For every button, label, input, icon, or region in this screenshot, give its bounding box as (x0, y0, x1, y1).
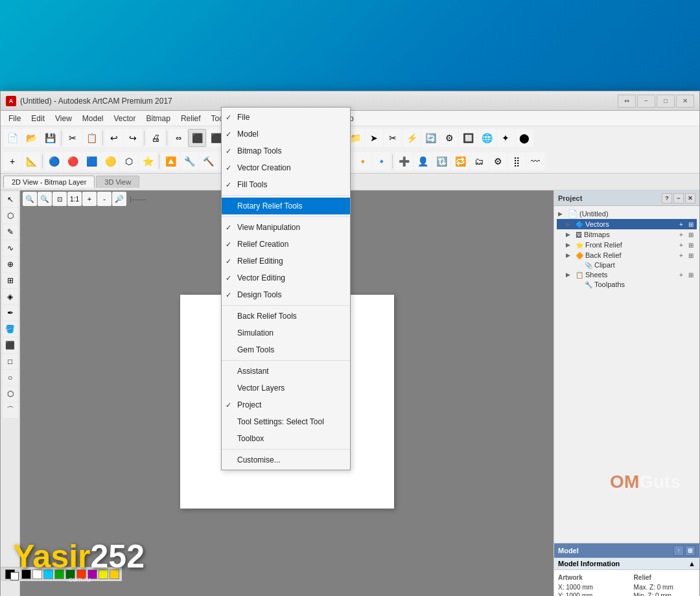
tab-3dview[interactable]: 3D View (96, 176, 139, 188)
tb2-tool4[interactable]: 🔴 (64, 152, 82, 170)
menu-view[interactable]: View (50, 111, 77, 126)
lt-pen[interactable]: ✒ (3, 305, 18, 321)
model-panel-header[interactable]: Model ↑ ⊞ (554, 544, 699, 558)
tb-tool12[interactable]: ⚙ (440, 129, 458, 147)
pin-button[interactable]: ⇔ (618, 95, 636, 108)
lt-circle[interactable]: ○ (3, 370, 18, 385)
tb2-tool9[interactable]: 🔼 (161, 152, 180, 170)
color-swatch-cyan[interactable] (43, 569, 53, 579)
restore-button[interactable]: □ (657, 95, 675, 108)
dd-simulation[interactable]: Simulation (222, 325, 350, 341)
tree-item-clipart[interactable]: 📎 Clipart (557, 260, 697, 269)
add-bitmap-btn[interactable]: + (677, 230, 686, 239)
tb2-tool7[interactable]: ⬡ (120, 152, 138, 170)
color-swatch-black[interactable] (21, 569, 31, 579)
tree-item-sheets[interactable]: ▶ 📋 Sheets + ⊞ (557, 269, 697, 280)
tb-tool9[interactable]: ✂ (384, 129, 402, 147)
dd-vector-editing[interactable]: ✓ Vector Editing (222, 269, 350, 286)
zoom-in2[interactable]: + (82, 192, 97, 206)
tb2-tool2[interactable]: 📐 (22, 152, 40, 170)
dd-design-tools[interactable]: ✓ Design Tools (222, 286, 350, 303)
tb2-tool5[interactable]: 🟦 (82, 152, 100, 170)
tb-tool14[interactable]: 🌐 (478, 129, 496, 147)
tb-move[interactable]: ⇔ (169, 129, 187, 147)
menu-edit[interactable]: Edit (26, 111, 50, 126)
lt-grid[interactable]: ⊞ (3, 273, 18, 288)
tb2-tool25[interactable]: 🗂 (470, 152, 488, 170)
color-swatch-white[interactable] (32, 569, 42, 579)
lt-poly[interactable]: ⬡ (3, 386, 18, 402)
color-swatch-purple[interactable] (88, 569, 97, 579)
color-swatch-yellow[interactable] (99, 569, 108, 579)
tb2-tool27[interactable]: ⣿ (508, 152, 526, 170)
tb2-tool23[interactable]: 🔃 (432, 152, 450, 170)
tb-tool15[interactable]: ✦ (496, 129, 515, 147)
lt-bezier[interactable]: ∿ (3, 240, 18, 256)
dd-project[interactable]: ✓ Project (222, 396, 350, 413)
tb2-tool19[interactable]: 🔸 (353, 152, 371, 170)
tb2-tool1[interactable]: + (3, 152, 21, 170)
bitmap-settings-btn[interactable]: ⊞ (686, 230, 695, 239)
dd-fill-tools[interactable]: ✓ Fill Tools (222, 176, 350, 193)
menu-vector[interactable]: Vector (109, 111, 141, 126)
menu-relief[interactable]: Relief (176, 111, 206, 126)
dd-vector-layers[interactable]: Vector Layers (222, 380, 350, 396)
dd-assistant[interactable]: Assistant (222, 363, 350, 380)
lt-select[interactable]: ↖ (3, 192, 18, 207)
lt-rect[interactable]: □ (3, 354, 18, 369)
lt-node[interactable]: ⬡ (3, 208, 18, 224)
dd-tool-settings[interactable]: Tool Settings: Select Tool (222, 413, 350, 430)
tb2-tool6[interactable]: 🟡 (101, 152, 119, 170)
panel-help[interactable]: ? (662, 193, 672, 203)
lt-tool5[interactable]: ⊕ (3, 257, 18, 272)
tree-item-toolpaths[interactable]: 🔧 Toolpaths (557, 280, 697, 289)
model-collapse-btn[interactable]: ▲ (688, 560, 695, 567)
front-relief-settings-btn[interactable]: ⊞ (686, 240, 695, 249)
tab-2dview[interactable]: 2D View - Bitmap Layer (3, 176, 95, 188)
tb-tool13[interactable]: 🔲 (459, 129, 477, 147)
lt-curve[interactable]: ⌒ (3, 402, 18, 418)
tb2-tool10[interactable]: 🔧 (180, 152, 198, 170)
tb-new[interactable]: 📄 (3, 129, 21, 147)
panel-close[interactable]: ✕ (685, 193, 695, 203)
model-panel-btn2[interactable]: ⊞ (685, 545, 695, 556)
vector-settings-btn[interactable]: ⊞ (686, 220, 695, 229)
tree-item-bitmaps[interactable]: ▶ 🖼 Bitmaps + ⊞ (557, 229, 697, 240)
tb-tool16[interactable]: ⬤ (515, 129, 533, 147)
lt-tool10[interactable]: ⬛ (3, 338, 18, 353)
back-relief-settings-btn[interactable]: ⊞ (686, 251, 695, 260)
zoom-fit[interactable]: ⊡ (52, 192, 67, 206)
zoom-custom[interactable]: 🔎 (112, 192, 126, 206)
tb2-tool3[interactable]: 🔵 (45, 152, 63, 170)
lt-tool7[interactable]: ◈ (3, 289, 18, 304)
fg-bg-colors[interactable] (3, 567, 20, 582)
zoom-out2[interactable]: - (97, 192, 111, 206)
tb2-tool21[interactable]: ➕ (395, 152, 413, 170)
color-swatch-green2[interactable] (65, 569, 75, 579)
dd-gem-tools[interactable]: Gem Tools (222, 341, 350, 358)
dd-customise[interactable]: Customise... (222, 452, 350, 468)
add-vector-btn[interactable]: + (677, 220, 686, 229)
tree-item-untitled[interactable]: ▶ 📄 (Untitled) (557, 209, 697, 219)
tb2-tool11[interactable]: 🔨 (199, 152, 217, 170)
tb-tool11[interactable]: 🔄 (421, 129, 439, 147)
dd-rotary-relief[interactable]: Rotary Relief Tools (222, 198, 350, 214)
tb2-tool8[interactable]: ⭐ (139, 152, 157, 170)
tb2-tool22[interactable]: 👤 (414, 152, 432, 170)
zoom-in[interactable]: 🔍 (23, 192, 37, 206)
tb2-tool20[interactable]: 🔹 (372, 152, 390, 170)
tb2-tool26[interactable]: ⚙ (489, 152, 507, 170)
color-swatch-green1[interactable] (54, 569, 64, 579)
tb-save[interactable]: 💾 (41, 129, 59, 147)
color-swatch-red[interactable] (76, 569, 86, 579)
tb-cut[interactable]: ✂ (64, 129, 82, 147)
tb-redo[interactable]: ↪ (124, 129, 142, 147)
tb2-tool24[interactable]: 🔁 (451, 152, 469, 170)
tb-undo[interactable]: ↩ (105, 129, 123, 147)
dd-bitmap-tools[interactable]: ✓ Bitmap Tools (222, 143, 350, 159)
menu-bitmap[interactable]: Bitmap (141, 111, 176, 126)
minimize-button[interactable]: − (637, 95, 655, 108)
menu-file[interactable]: File (3, 111, 26, 126)
color-swatch-gold[interactable] (110, 569, 119, 579)
zoom-out[interactable]: 🔍 (38, 192, 52, 206)
